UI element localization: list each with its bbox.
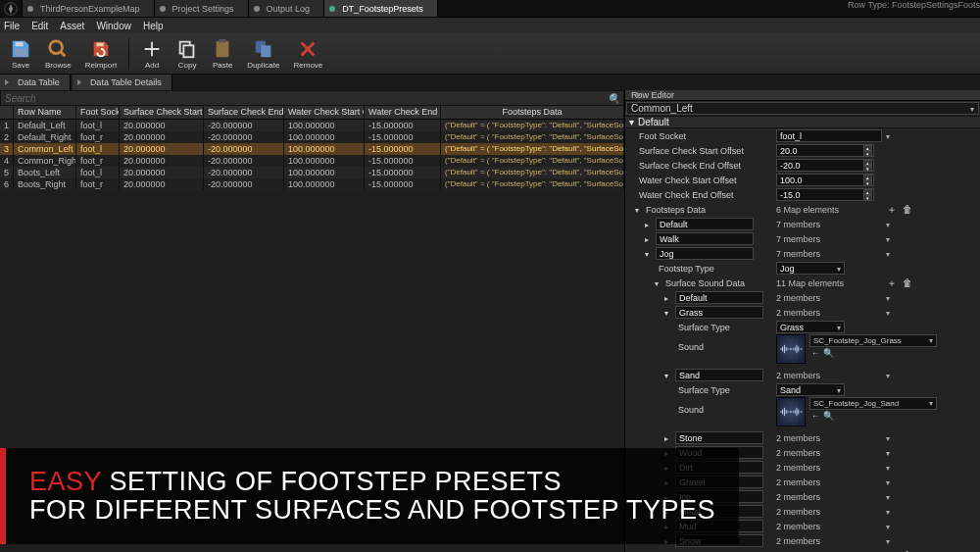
table-row[interactable]: 1Default_Leftfoot_l20.000000-20.00000010…	[0, 120, 624, 131]
clear-elements-button[interactable]: 🗑	[902, 204, 913, 216]
menu-window[interactable]: Window	[96, 21, 131, 31]
chevron-down-icon[interactable]	[886, 463, 890, 473]
svg-rect-2	[16, 49, 26, 56]
chevron-down-icon[interactable]	[664, 371, 672, 380]
chevron-down-icon[interactable]	[886, 249, 890, 259]
chevron-down-icon[interactable]	[886, 492, 890, 502]
browse-to-asset-button[interactable]: 🔍	[823, 348, 834, 358]
menu-help[interactable]: Help	[143, 21, 164, 31]
chevron-down-icon: ▾	[629, 117, 634, 127]
chevron-right-icon[interactable]	[664, 293, 672, 303]
promo-overlay: EASY SETTING OF FOOTSTEP PRESETS FOR DIF…	[0, 448, 739, 544]
add-button[interactable]: Add	[137, 36, 167, 72]
menu-asset[interactable]: Asset	[60, 21, 84, 31]
chevron-down-icon	[929, 399, 933, 408]
save-button[interactable]: Save	[6, 36, 35, 72]
chevron-down-icon[interactable]	[886, 308, 890, 318]
chevron-down-icon	[837, 264, 841, 274]
surface-type-select[interactable]: Sand	[776, 383, 845, 396]
footstep-type-select[interactable]: Jog	[776, 262, 845, 275]
wceo-input[interactable]: -15.0▴▾	[776, 188, 874, 201]
chevron-down-icon[interactable]	[886, 507, 890, 517]
foot-socket-input[interactable]: foot_l	[776, 129, 882, 142]
svg-rect-7	[217, 40, 229, 57]
tab-label: ThirdPersonExampleMap	[40, 4, 140, 14]
fsd-key[interactable]: Default	[656, 218, 754, 230]
table-row[interactable]: 3Common_Leftfoot_l20.000000-20.000000100…	[0, 143, 624, 155]
toolbar: Save Browse Reimport Add Copy Paste Dupl…	[0, 33, 980, 75]
search-icon: 🔍	[608, 93, 619, 104]
chevron-down-icon[interactable]	[886, 234, 890, 244]
chevron-down-icon	[970, 103, 974, 114]
chevron-down-icon[interactable]	[886, 293, 890, 303]
browse-button[interactable]: Browse	[41, 36, 75, 72]
chevron-down-icon	[837, 323, 841, 332]
table-row[interactable]: 6Boots_Rightfoot_r20.000000-20.000000100…	[0, 178, 624, 190]
sub-tab-details[interactable]: Data Table Details	[73, 75, 172, 90]
chevron-right-icon[interactable]	[645, 234, 653, 244]
chevron-down-icon[interactable]	[635, 205, 643, 215]
search-input[interactable]: Search 🔍	[0, 90, 624, 106]
scso-input[interactable]: 20.0▴▾	[776, 144, 874, 157]
use-selected-button[interactable]: ←	[811, 348, 820, 358]
sound-cue-thumbnail[interactable]	[776, 334, 806, 364]
browse-to-asset-button[interactable]: 🔍	[823, 411, 834, 421]
chevron-right-icon[interactable]	[645, 220, 653, 229]
tab-3[interactable]: DT_FootstepPresets	[324, 0, 438, 17]
chevron-right-icon[interactable]	[664, 433, 672, 443]
table-row[interactable]: 2Default_Rightfoot_r20.000000-20.0000001…	[0, 131, 624, 143]
ssd-key[interactable]: Sand	[675, 369, 763, 381]
fsd-key[interactable]: Jog	[656, 247, 754, 260]
use-selected-button[interactable]: ←	[811, 411, 820, 421]
row-selector[interactable]: Common_Left	[626, 102, 979, 115]
table-body: 1Default_Leftfoot_l20.000000-20.00000010…	[0, 120, 624, 190]
menu-file[interactable]: File	[4, 21, 20, 31]
tab-2[interactable]: Output Log	[249, 0, 325, 17]
add-element-button[interactable]: ＋	[886, 277, 898, 289]
table-row[interactable]: 4Common_Rightfoot_r20.000000-20.00000010…	[0, 155, 624, 167]
ssd-key[interactable]: Stone	[675, 431, 763, 444]
ssd-key[interactable]: Default	[675, 291, 763, 304]
sceo-input[interactable]: -20.0▴▾	[776, 159, 874, 172]
sound-cue-thumbnail[interactable]	[776, 397, 806, 427]
sound-asset-select[interactable]: SC_Footstep_Jog_Sand	[809, 397, 937, 410]
table-row[interactable]: 5Boots_Leftfoot_l20.000000-20.000000100.…	[0, 167, 624, 178]
reimport-button[interactable]: Reimport	[81, 36, 121, 72]
fsd-key[interactable]: Walk	[656, 232, 754, 245]
wcso-input[interactable]: 100.0▴▾	[776, 174, 874, 186]
svg-rect-10	[261, 45, 270, 57]
chevron-down-icon[interactable]	[886, 448, 890, 458]
remove-button[interactable]: Remove	[290, 36, 327, 72]
chevron-down-icon[interactable]	[886, 220, 890, 229]
surface-type-select[interactable]: Grass	[776, 321, 845, 333]
section-default[interactable]: ▾Default	[625, 116, 980, 128]
copy-button[interactable]: Copy	[172, 36, 202, 72]
table-header: Row Name Foot Socket Surface Check Start…	[0, 106, 624, 120]
chevron-down-icon[interactable]	[886, 433, 890, 443]
tab-label: DT_FootstepPresets	[342, 4, 423, 14]
chevron-down-icon[interactable]	[645, 249, 653, 259]
chevron-down-icon[interactable]	[886, 371, 890, 380]
menu-edit[interactable]: Edit	[31, 21, 48, 31]
svg-point-3	[50, 40, 63, 53]
chevron-down-icon[interactable]	[886, 536, 890, 546]
chevron-down-icon[interactable]	[664, 308, 672, 318]
svg-rect-4	[96, 42, 103, 46]
ssd-key[interactable]: Grass	[675, 306, 763, 319]
chevron-down-icon[interactable]	[886, 477, 890, 487]
chevron-down-icon[interactable]	[886, 522, 890, 531]
clear-elements-button[interactable]: 🗑	[902, 277, 913, 289]
paste-button[interactable]: Paste	[208, 36, 237, 72]
chevron-down-icon[interactable]	[655, 278, 662, 288]
tab-0[interactable]: ThirdPersonExampleMap	[23, 0, 155, 17]
duplicate-button[interactable]: Duplicate	[243, 36, 283, 72]
chevron-down-icon[interactable]	[886, 131, 890, 141]
foot-socket-label: Foot Socket	[639, 131, 686, 141]
row-type-label: Row Type: FootstepSettingsFoots	[848, 0, 980, 17]
tab-label: Output Log	[267, 4, 311, 14]
sound-asset-select[interactable]: SC_Footstep_Jog_Grass	[809, 334, 937, 347]
tab-1[interactable]: Project Settings	[155, 0, 249, 17]
sub-tab-data-table[interactable]: Data Table	[0, 75, 71, 90]
add-element-button[interactable]: ＋	[886, 204, 898, 216]
overlay-accent: EASY	[29, 467, 102, 496]
